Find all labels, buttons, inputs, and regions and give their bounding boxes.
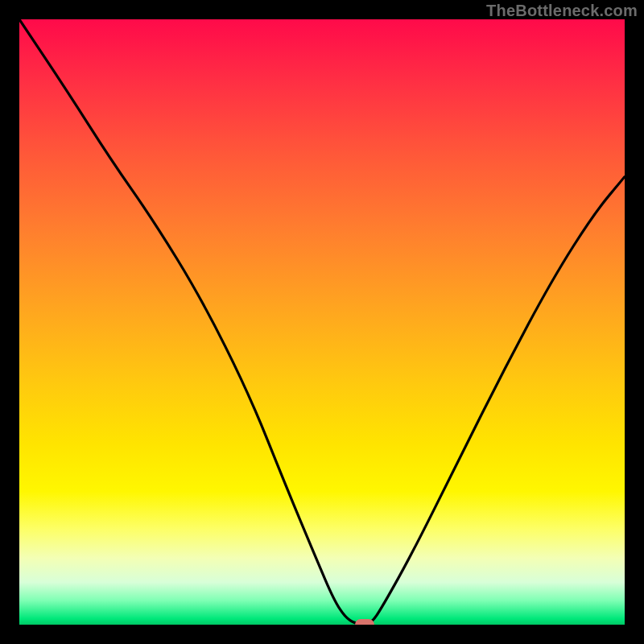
watermark-text: TheBottleneck.com [486,2,638,20]
plot-area [19,19,625,625]
bottleneck-chart: TheBottleneck.com [0,0,644,644]
optimal-marker [355,619,374,625]
gradient-background [19,19,625,625]
